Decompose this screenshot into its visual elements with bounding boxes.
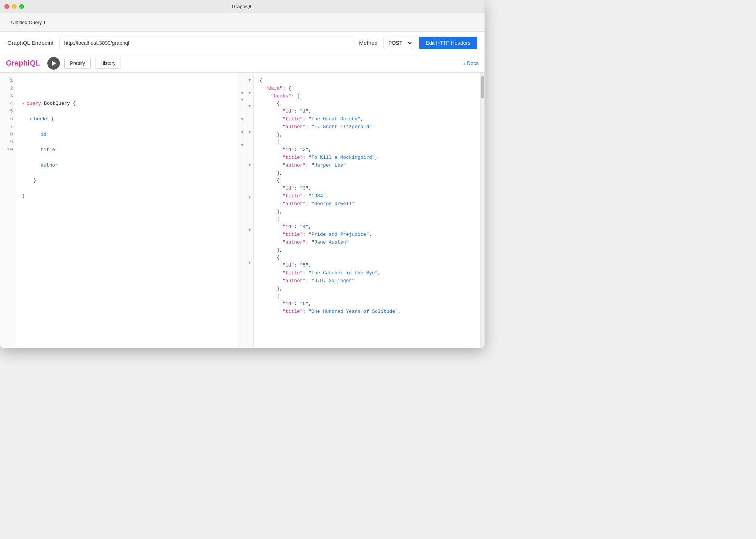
graphiql-logo: GraphiQL [6, 59, 40, 67]
line-numbers: 1 2 3 4 5 6 7 8 9 10 [0, 73, 16, 348]
tab-bar: Untitled Query 1 [0, 13, 485, 32]
code-line-4: ▼ books { [22, 116, 233, 123]
docs-label: Docs [467, 60, 479, 66]
chevron-left-icon: ‹ [463, 60, 465, 66]
run-button[interactable] [47, 57, 60, 70]
query-editor[interactable]: 1 2 3 4 5 6 7 8 9 10 ▼ query BookQuery {… [0, 73, 239, 348]
edit-headers-button[interactable]: Edit HTTP Headers [419, 37, 477, 49]
method-label: Method [359, 40, 378, 46]
response-code-area: { "data": { "books": [ { "id": "1", "tit… [254, 73, 480, 348]
query-tab[interactable]: Untitled Query 1 [6, 17, 51, 27]
query-code-area[interactable]: ▼ query BookQuery { ▼ books { id title a… [16, 73, 239, 348]
code-line-9: } [22, 192, 233, 200]
prettify-button[interactable]: Prettify [64, 58, 90, 69]
code-line-3: ▼ query BookQuery { [22, 100, 233, 108]
traffic-lights [4, 4, 24, 9]
code-line-5: id [22, 131, 233, 139]
docs-button[interactable]: ‹ Docs [463, 60, 479, 66]
method-select[interactable]: POST GET [384, 37, 413, 49]
maximize-button[interactable] [19, 4, 24, 9]
graphiql-logo-i: i [28, 59, 30, 67]
history-button[interactable]: History [95, 58, 121, 69]
endpoint-input[interactable] [60, 37, 353, 49]
title-bar: GraphiQL [0, 0, 485, 13]
scrollbar[interactable] [480, 73, 485, 348]
response-content: ▼ ▼ ▼ ▼ ▼ ▼ ▼ ▼ { "data": { "books": [ {… [246, 73, 485, 348]
fold-gutter: ▼ ▼ ▼ ▼ ▼ [239, 73, 246, 348]
endpoint-label: GraphQL Endpoint [7, 40, 54, 46]
response-panel: ▼ ▼ ▼ ▼ ▼ ▼ ▼ ▼ { "data": { "books": [ {… [246, 73, 485, 348]
play-icon [52, 61, 56, 66]
scrollbar-thumb[interactable] [481, 76, 484, 98]
window-title: GraphiQL [232, 4, 253, 9]
code-line-6: title [22, 146, 233, 154]
response-fold-gutter: ▼ ▼ ▼ ▼ ▼ ▼ ▼ ▼ [246, 73, 254, 348]
graphiql-toolbar: GraphiQL Prettify History ‹ Docs [0, 54, 485, 73]
editor-container: 1 2 3 4 5 6 7 8 9 10 ▼ query BookQuery {… [0, 73, 485, 348]
code-line-7: author [22, 162, 233, 170]
minimize-button[interactable] [12, 4, 17, 9]
endpoint-bar: GraphQL Endpoint Method POST GET Edit HT… [0, 32, 485, 54]
close-button[interactable] [4, 4, 9, 9]
code-line-8: } [22, 177, 233, 185]
